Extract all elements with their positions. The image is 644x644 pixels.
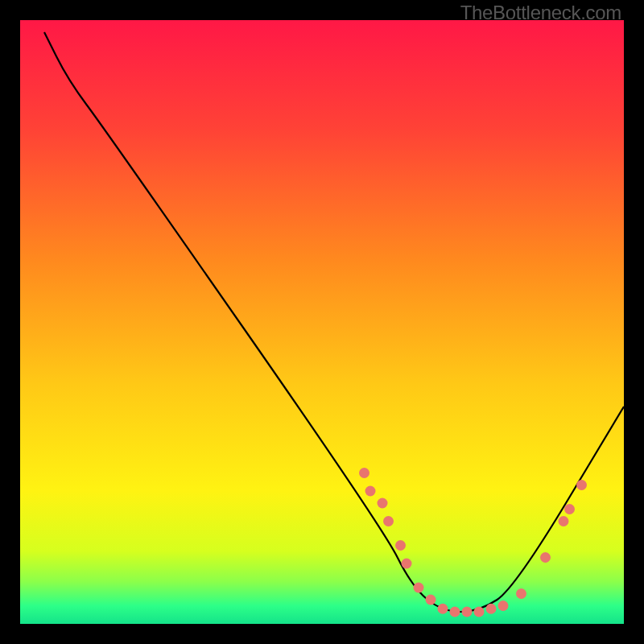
data-marker xyxy=(540,552,551,563)
data-marker xyxy=(474,607,485,617)
data-marker xyxy=(576,480,587,490)
data-marker xyxy=(516,588,526,599)
data-marker xyxy=(383,516,394,526)
data-marker xyxy=(438,604,448,614)
chart-background-gradient xyxy=(20,20,624,624)
chart-plot-area xyxy=(20,20,624,624)
data-marker xyxy=(450,607,460,617)
data-marker xyxy=(359,468,369,478)
data-marker xyxy=(365,486,376,497)
data-marker xyxy=(486,604,497,614)
data-marker xyxy=(378,498,388,509)
data-marker xyxy=(414,583,424,593)
data-marker xyxy=(395,540,406,551)
data-marker xyxy=(402,559,412,569)
data-marker xyxy=(462,607,473,617)
chart-svg xyxy=(20,20,624,624)
data-marker xyxy=(498,601,509,611)
data-marker xyxy=(559,516,569,526)
data-marker xyxy=(426,595,436,605)
data-marker xyxy=(564,504,575,514)
